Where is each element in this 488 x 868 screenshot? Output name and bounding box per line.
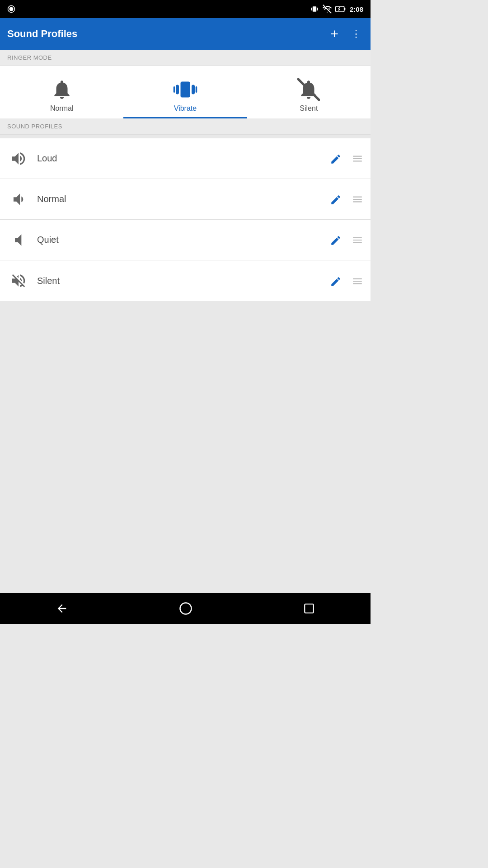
ringer-tab-vibrate[interactable]: Vibrate: [123, 66, 247, 118]
svg-rect-2: [313, 6, 316, 12]
profile-actions-normal: [328, 191, 363, 208]
record-icon: [7, 5, 15, 13]
profile-item-silent[interactable]: Silent: [0, 260, 371, 301]
ringer-mode-header: RINGER MODE: [0, 50, 371, 66]
drag-handle-loud[interactable]: [352, 152, 363, 165]
svg-rect-3: [311, 8, 312, 11]
profile-item-loud[interactable]: Loud: [0, 138, 371, 179]
battery-icon: [335, 5, 346, 14]
ringer-mode-section: RINGER MODE Normal Vibrate: [0, 50, 371, 118]
volume-high-icon: [7, 150, 30, 167]
edit-quiet-button[interactable]: [328, 232, 343, 249]
vibrate-status-icon: [310, 5, 319, 14]
app-bar-actions: + ⋮: [328, 24, 363, 43]
svg-rect-6: [344, 8, 346, 10]
svg-rect-10: [174, 86, 175, 93]
profile-item-quiet[interactable]: Quiet: [0, 220, 371, 260]
sound-profiles-header: SOUND PROFILES: [0, 118, 371, 135]
edit-normal-button[interactable]: [328, 191, 343, 208]
svg-rect-7: [180, 82, 190, 98]
app-bar: Sound Profiles + ⋮: [0, 18, 371, 50]
bottom-nav: [0, 593, 371, 624]
drag-handle-silent[interactable]: [352, 275, 363, 287]
silent-tab-label: Silent: [300, 104, 318, 113]
svg-point-0: [9, 7, 14, 11]
app-title: Sound Profiles: [7, 28, 328, 40]
home-button[interactable]: [168, 598, 203, 619]
profile-name-normal: Normal: [37, 194, 328, 204]
volume-low-icon: [7, 231, 30, 249]
svg-rect-14: [305, 604, 314, 613]
status-right: 2:08: [310, 5, 363, 14]
status-bar: 2:08: [0, 0, 371, 18]
profiles-list: Loud Normal: [0, 138, 371, 301]
volume-mid-icon: [7, 191, 30, 208]
back-button[interactable]: [45, 599, 79, 618]
bell-icon: [51, 77, 73, 101]
vibrate-tab-label: Vibrate: [174, 104, 197, 113]
ringer-tab-normal[interactable]: Normal: [0, 66, 123, 118]
drag-handle-quiet[interactable]: [352, 234, 363, 246]
drag-handle-normal[interactable]: [352, 193, 363, 205]
svg-rect-8: [176, 85, 179, 94]
edit-silent-button[interactable]: [328, 273, 343, 289]
volume-off-icon: [7, 272, 30, 289]
signal-icon: [323, 5, 332, 14]
svg-rect-9: [192, 85, 195, 94]
profile-name-loud: Loud: [37, 153, 328, 164]
ringer-mode-tabs: Normal Vibrate: [0, 66, 371, 118]
profile-actions-loud: [328, 151, 363, 167]
profile-actions-quiet: [328, 232, 363, 249]
ringer-tab-silent[interactable]: Silent: [247, 66, 371, 118]
profile-name-silent: Silent: [37, 276, 328, 286]
vibrate-icon: [173, 77, 198, 101]
profile-actions-silent: [328, 273, 363, 289]
profile-name-quiet: Quiet: [37, 235, 328, 245]
recents-button[interactable]: [292, 599, 326, 618]
edit-loud-button[interactable]: [328, 151, 343, 167]
svg-point-13: [180, 603, 191, 614]
add-profile-button[interactable]: +: [328, 24, 340, 43]
empty-area: [0, 301, 371, 593]
more-options-button[interactable]: ⋮: [349, 26, 363, 42]
profile-item-normal[interactable]: Normal: [0, 179, 371, 220]
normal-tab-label: Normal: [50, 104, 74, 113]
svg-rect-11: [196, 86, 197, 93]
status-left: [7, 5, 15, 13]
sound-profiles-section: SOUND PROFILES Loud: [0, 118, 371, 301]
svg-rect-4: [317, 8, 318, 11]
time-display: 2:08: [350, 5, 363, 13]
bell-off-icon: [297, 77, 320, 101]
